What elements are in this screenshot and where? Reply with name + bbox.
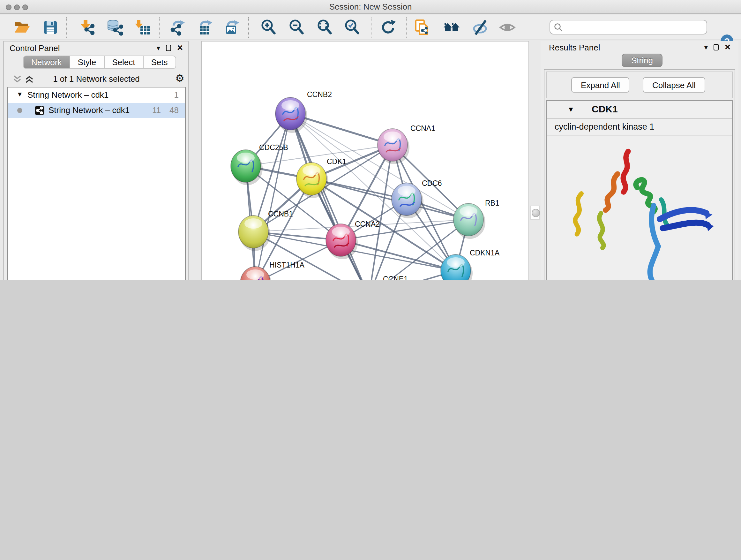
- zoom-out-button[interactable]: [287, 19, 307, 37]
- edge-count: 48: [170, 105, 179, 115]
- network-node-CDKN1A[interactable]: [441, 254, 473, 280]
- right-splitter[interactable]: [530, 206, 540, 220]
- network-canvas[interactable]: CCNB2CCNA1CDC25BCDK1CDC6RB1CCNB1CCNA2CDK…: [202, 42, 529, 280]
- search-box[interactable]: [549, 20, 707, 35]
- edge-layer: [246, 114, 468, 280]
- network-node-RB1[interactable]: [454, 203, 485, 239]
- network-view: CCNB2CCNA1CDC25BCDK1CDC6RB1CCNB1CCNA2CDK…: [201, 41, 529, 280]
- network-collection-label: String Network – cdk1: [27, 90, 109, 100]
- network-node-CCNA1[interactable]: [378, 129, 409, 164]
- open-folder-icon: [14, 19, 30, 36]
- refresh-icon: [380, 19, 396, 36]
- network-collection-row[interactable]: ▼ String Network – cdk1 1: [8, 87, 185, 103]
- zoom-fit-button[interactable]: [315, 19, 334, 37]
- import-network-file-button[interactable]: [77, 19, 96, 37]
- collapse-panel-icon[interactable]: ▾: [157, 44, 160, 52]
- network-edge[interactable]: [312, 179, 468, 220]
- expand-all-button[interactable]: Expand All: [571, 77, 630, 92]
- hide-eye-icon: [472, 19, 488, 36]
- collection-count: 1: [174, 90, 179, 100]
- network-share-icon: [35, 105, 45, 116]
- close-results-icon[interactable]: ✕: [724, 43, 731, 52]
- node-label-CCNB2: CCNB2: [307, 90, 332, 99]
- export-image-button[interactable]: [222, 19, 241, 37]
- network-node-CDC25B[interactable]: [231, 150, 263, 185]
- node-label-CCNA2: CCNA2: [355, 220, 380, 228]
- network-options-gear-icon[interactable]: ⚙: [175, 72, 185, 84]
- toolbar-separator: [371, 17, 372, 38]
- search-input[interactable]: [565, 21, 703, 33]
- network-status-dot: [17, 108, 22, 113]
- clone-network-button[interactable]: [413, 19, 432, 37]
- import-database-icon: [107, 19, 123, 36]
- application-window: Session: New Session ? Control Panel ▾ ✕…: [0, 0, 741, 280]
- homes-icon: [444, 19, 460, 36]
- import-network-database-button[interactable]: [105, 19, 125, 37]
- network-tree: ▼ String Network – cdk1 1 String Network…: [7, 87, 186, 280]
- string-results-box: Expand All Collapse All ▼ CDK1 cyclin-de…: [544, 69, 735, 280]
- results-panel: Results Panel ▾ ✕ String Expand All Coll…: [541, 41, 738, 280]
- open-session-button[interactable]: [13, 19, 32, 37]
- protein-section: ▼ CDK1 cyclin-dependent kinase 1: [546, 100, 733, 280]
- main-toolbar: ?: [0, 15, 741, 40]
- node-label-RB1: RB1: [485, 199, 499, 207]
- tab-network[interactable]: Network: [23, 56, 69, 69]
- tab-select[interactable]: Select: [104, 56, 143, 69]
- toolbar-separator: [406, 17, 407, 38]
- protein-section-header[interactable]: ▼ CDK1: [547, 101, 732, 119]
- save-session-button[interactable]: [41, 19, 60, 37]
- network-list-header: 1 of 1 Network selected ⚙: [7, 72, 186, 86]
- toolbar-separator: [159, 17, 159, 38]
- node-label-CCNA1: CCNA1: [410, 124, 435, 132]
- node-label-CDKN1A: CDKN1A: [470, 249, 500, 257]
- tab-sets[interactable]: Sets: [143, 56, 176, 69]
- control-panel-header: Control Panel ▾ ✕: [4, 42, 188, 54]
- import-table-file-button[interactable]: [133, 19, 152, 37]
- collapse-all-button[interactable]: Collapse All: [643, 77, 705, 92]
- tab-style[interactable]: Style: [69, 56, 104, 69]
- zoom-selected-icon: [344, 19, 360, 36]
- float-panel-icon[interactable]: [166, 45, 171, 51]
- tree-expand-icon[interactable]: ▼: [17, 91, 23, 98]
- show-eye-icon: [499, 19, 516, 36]
- protein-name: CDK1: [592, 104, 618, 114]
- network-node-CCNA2[interactable]: [326, 224, 358, 259]
- protein-description: cyclin-dependent kinase 1: [555, 122, 654, 132]
- zoom-selected-button[interactable]: [343, 19, 362, 37]
- save-icon: [42, 19, 59, 36]
- first-neighbors-button[interactable]: [442, 19, 461, 37]
- import-network-icon: [78, 19, 95, 36]
- export-image-icon: [223, 19, 240, 36]
- network-node-HIST1H1A[interactable]: [240, 266, 272, 280]
- node-label-CDC6: CDC6: [422, 179, 442, 187]
- control-panel-title: Control Panel: [10, 44, 60, 53]
- network-node-CDK1[interactable]: [296, 163, 328, 198]
- toolbar-separator: [66, 17, 67, 38]
- collapse-results-icon[interactable]: ▾: [704, 43, 708, 51]
- network-row-selected[interactable]: String Network – cdk1 11 48: [8, 103, 185, 118]
- node-label-CCNB1: CCNB1: [268, 210, 293, 218]
- protein-collapse-icon[interactable]: ▼: [567, 105, 575, 113]
- network-node-CCNB2[interactable]: [275, 98, 307, 133]
- results-panel-title: Results Panel: [549, 43, 600, 52]
- float-results-icon[interactable]: [714, 44, 719, 51]
- tab-string[interactable]: String: [622, 54, 663, 67]
- show-all-button[interactable]: [498, 19, 517, 37]
- hide-selected-button[interactable]: [470, 19, 489, 37]
- close-panel-icon[interactable]: ✕: [177, 44, 183, 52]
- node-label-HIST1H1A: HIST1H1A: [269, 261, 305, 269]
- node-count: 11: [152, 105, 161, 115]
- zoom-fit-icon: [317, 19, 333, 36]
- network-node-CDC6[interactable]: [392, 183, 423, 219]
- export-table-button[interactable]: [195, 19, 214, 37]
- import-table-icon: [135, 19, 151, 36]
- control-panel-tabs: NetworkStyleSelectSets: [23, 56, 176, 69]
- zoom-out-icon: [288, 19, 305, 36]
- network-selection-status: 1 of 1 Network selected: [7, 74, 186, 84]
- protein-description-row: cyclin-dependent kinase 1: [547, 119, 732, 136]
- export-network-icon: [169, 19, 186, 36]
- zoom-in-button[interactable]: [259, 19, 278, 37]
- export-network-button[interactable]: [168, 19, 187, 37]
- apply-layout-button[interactable]: [379, 19, 398, 37]
- node-label-CCNE1: CCNE1: [383, 275, 408, 280]
